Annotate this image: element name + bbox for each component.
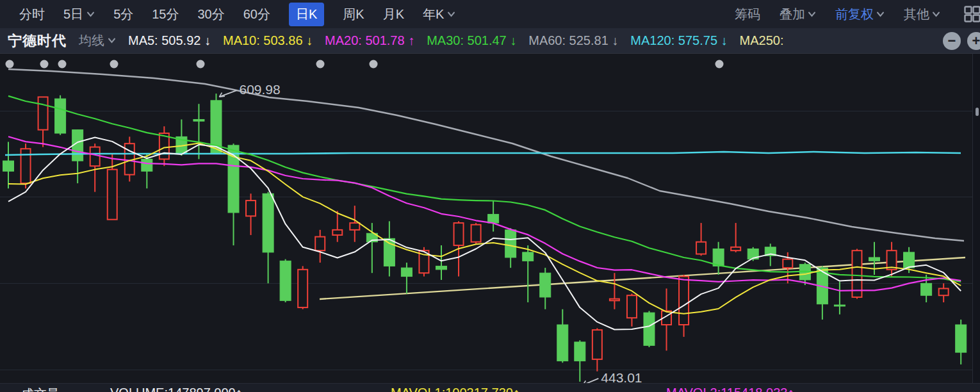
candle-body-down	[193, 119, 204, 121]
candle-body-up	[246, 200, 256, 216]
candle-body-down	[401, 268, 412, 276]
ma-type-selector[interactable]: 均线	[79, 32, 116, 49]
candle-body-down	[575, 342, 585, 361]
tab-60分[interactable]: 60分	[243, 6, 270, 23]
candle-body-down	[904, 252, 915, 268]
tab-label: 15分	[152, 6, 179, 23]
tab-15分[interactable]: 15分	[152, 6, 179, 23]
tab-label: 30分	[198, 6, 225, 23]
volume-label: MAVOL2:115418.033↑	[666, 386, 794, 392]
chevron-down-icon	[808, 12, 816, 17]
ma-type-selector-label: 均线	[79, 32, 104, 49]
ma-legend-MA250: MA250:	[740, 33, 784, 48]
tab-label: 分时	[19, 6, 45, 23]
tab-月K[interactable]: 月K	[383, 6, 404, 23]
event-marker-dot[interactable]	[40, 60, 49, 69]
volume-label: 成交量	[21, 386, 60, 392]
candle-body-up	[696, 242, 706, 254]
candle-body-up	[108, 170, 117, 220]
volume-label: MAVOL1:100317.730↑	[391, 386, 519, 392]
period-tabs: 分时5日5分15分30分60分日K周K月K年K	[0, 3, 455, 26]
ma-legend-MA20: MA20: 501.78 ↑	[325, 33, 414, 48]
tool-筹码[interactable]: 筹码	[735, 6, 760, 23]
candle-body-down	[540, 273, 551, 297]
tab-30分[interactable]: 30分	[198, 6, 225, 23]
tab-label: 日K	[296, 6, 317, 23]
tab-日K[interactable]: 日K	[289, 3, 324, 26]
chevron-down-icon	[447, 12, 455, 17]
event-marker-dot[interactable]	[316, 60, 325, 69]
event-marker-dot[interactable]	[197, 60, 205, 69]
candle-body-down	[488, 215, 499, 223]
tab-label: 60分	[243, 6, 270, 23]
tab-label: 月K	[383, 6, 404, 23]
chevron-down-icon	[932, 12, 940, 17]
zoom-out-button[interactable]: −	[943, 32, 961, 50]
tab-label: 5分	[113, 6, 133, 23]
tab-年K[interactable]: 年K	[423, 6, 455, 23]
chevron-down-icon	[108, 38, 116, 44]
right-scroll-strip[interactable]	[972, 54, 980, 383]
event-marker-dot[interactable]	[715, 60, 724, 69]
period-tab-bar: 分时5日5分15分30分60分日K周K月K年K 筹码叠加前复权其他	[0, 0, 980, 28]
candle-body-up	[592, 330, 602, 359]
tool-其他[interactable]: 其他	[904, 6, 940, 23]
tab-分时[interactable]: 分时	[19, 6, 45, 23]
candlestick-chart[interactable]: 609.98443.01	[0, 54, 972, 383]
ma-legend-MA5: MA5: 505.92 ↓	[128, 33, 211, 48]
candle-body-down	[557, 325, 568, 361]
candle-body-up	[315, 237, 325, 251]
ma60-line	[8, 69, 964, 241]
symbol-name: 宁德时代	[8, 31, 67, 51]
candle-body-up	[610, 299, 619, 301]
candle-body-down	[869, 257, 880, 261]
ma-legend-bar: 宁德时代 均线 MA5: 505.92 ↓MA10: 503.86 ↓MA20:…	[0, 28, 980, 54]
candle-body-down	[55, 99, 66, 133]
tool-label: 前复权	[835, 6, 874, 23]
volume-pane-header: 成交量VOLUME:147897.000↑MAVOL1:100317.730↑M…	[0, 383, 980, 392]
high-annotation: 609.98	[239, 82, 280, 97]
tool-label: 筹码	[735, 6, 760, 23]
candle-body-up	[90, 147, 100, 167]
tab-label: 5日	[63, 6, 83, 23]
ma-legend-MA30: MA30: 501.47 ↓	[427, 33, 516, 48]
candle-body-down	[956, 325, 967, 352]
candle-body-up	[454, 223, 464, 245]
tab-5日[interactable]: 5日	[63, 6, 95, 23]
candle-body-up	[731, 247, 740, 250]
layout-grid-icon[interactable]	[964, 6, 980, 25]
chevron-down-icon	[86, 12, 95, 17]
event-marker-dot[interactable]	[58, 60, 67, 69]
candle-body-up	[332, 230, 342, 235]
tool-label: 其他	[904, 6, 929, 23]
tool-label: 叠加	[780, 6, 805, 23]
candle-body-down	[505, 230, 516, 257]
ma30-line	[8, 96, 961, 282]
zoom-in-button[interactable]: +	[967, 32, 980, 50]
candle-body-down	[280, 261, 291, 300]
volume-label: VOLUME:147897.000↑	[110, 386, 242, 392]
candle-body-down	[263, 193, 274, 252]
tool-前复权[interactable]: 前复权	[835, 6, 885, 23]
tab-周K[interactable]: 周K	[343, 6, 364, 23]
tab-label: 周K	[343, 6, 364, 23]
candle-body-up	[38, 97, 48, 129]
ma-legend-MA60: MA60: 525.81 ↓	[528, 33, 618, 48]
candle-body-down	[834, 305, 845, 306]
tool-叠加[interactable]: 叠加	[780, 6, 816, 23]
event-marker-dot[interactable]	[370, 60, 378, 69]
tab-5分[interactable]: 5分	[113, 6, 133, 23]
candle-body-up	[471, 225, 481, 242]
chart-canvas[interactable]: 609.98443.01	[0, 54, 972, 383]
low-annotation: 443.01	[601, 370, 642, 383]
candle-body-up	[627, 295, 637, 318]
event-marker-dot[interactable]	[6, 60, 14, 69]
candle-body-down	[3, 161, 14, 171]
toolbar-right: 筹码叠加前复权其他	[735, 6, 980, 23]
ma-legend-MA120: MA120: 575.75 ↓	[630, 33, 727, 48]
candle-body-up	[350, 223, 359, 230]
event-marker-dot[interactable]	[110, 60, 118, 69]
ma-legend-values: MA5: 505.92 ↓MA10: 503.86 ↓MA20: 501.78 …	[128, 33, 784, 48]
trendline[interactable]	[320, 257, 965, 299]
scroll-handle[interactable]	[976, 108, 979, 116]
